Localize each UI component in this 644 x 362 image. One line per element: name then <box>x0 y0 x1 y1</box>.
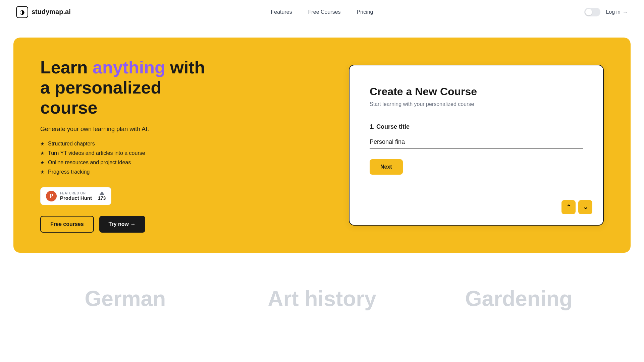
hero-title: Learn anything with a personalized cours… <box>40 58 215 118</box>
nav-free-courses[interactable]: Free Courses <box>308 9 341 15</box>
brand-name: studymap.ai <box>32 8 71 16</box>
ph-text: FEATURED ON Product Hunt <box>60 191 92 201</box>
nav-pricing[interactable]: Pricing <box>357 9 373 15</box>
product-hunt-badge[interactable]: P FEATURED ON Product Hunt 173 <box>40 187 111 205</box>
bottom-title-gardening: Gardening <box>420 286 617 311</box>
feature-item: ★Progress tracking <box>40 169 215 175</box>
nav-down-button[interactable]: ⌄ <box>578 200 592 214</box>
card-subtitle: Start learning with your personalized co… <box>370 101 583 107</box>
free-courses-button[interactable]: Free courses <box>40 216 94 233</box>
card-nav-buttons: ⌃ ⌄ <box>561 200 592 214</box>
try-now-button[interactable]: Try now → <box>99 216 145 233</box>
feature-list: ★Structured chapters ★Turn YT videos and… <box>40 141 215 175</box>
ph-votes: 173 <box>98 191 106 201</box>
bottom-title-art-history: Art history <box>224 286 421 311</box>
theme-toggle[interactable] <box>584 8 600 16</box>
feature-item: ★Structured chapters <box>40 141 215 147</box>
hero-section: Learn anything with a personalized cours… <box>13 38 631 253</box>
hero-buttons: Free courses Try now → <box>40 216 215 233</box>
card-title: Create a New Course <box>370 85 583 98</box>
upvote-triangle-icon <box>100 191 104 195</box>
navbar-right: Log in → <box>584 8 628 16</box>
star-icon: ★ <box>40 169 45 175</box>
hero-content: Learn anything with a personalized cours… <box>40 58 215 233</box>
nav-features[interactable]: Features <box>271 9 292 15</box>
chevron-up-icon: ⌃ <box>566 203 571 211</box>
feature-item: ★Online resources and project ideas <box>40 160 215 166</box>
nav-up-button[interactable]: ⌃ <box>561 200 576 214</box>
star-icon: ★ <box>40 160 45 165</box>
main-nav: Features Free Courses Pricing <box>271 9 373 15</box>
toggle-thumb <box>585 9 592 15</box>
login-button[interactable]: Log in → <box>606 9 628 15</box>
navbar-brand-area: ◑ studymap.ai <box>16 6 71 18</box>
course-card: Create a New Course Start learning with … <box>349 65 604 226</box>
hero-subtitle: Generate your own learning plan with AI. <box>40 126 215 133</box>
hero-highlight: anything <box>93 58 165 77</box>
navbar: ◑ studymap.ai Features Free Courses Pric… <box>0 0 644 24</box>
bottom-title-german: German <box>27 286 224 311</box>
bottom-section: German Art history Gardening <box>0 266 644 311</box>
chevron-down-icon: ⌄ <box>583 203 588 211</box>
logo-icon: ◑ <box>16 6 28 18</box>
next-button[interactable]: Next <box>370 159 403 175</box>
star-icon: ★ <box>40 150 45 156</box>
ph-logo: P <box>46 191 57 201</box>
course-title-label: 1. Course title <box>370 123 583 130</box>
star-icon: ★ <box>40 141 45 146</box>
course-title-input[interactable] <box>370 136 583 148</box>
feature-item: ★Turn YT videos and articles into a cour… <box>40 150 215 156</box>
